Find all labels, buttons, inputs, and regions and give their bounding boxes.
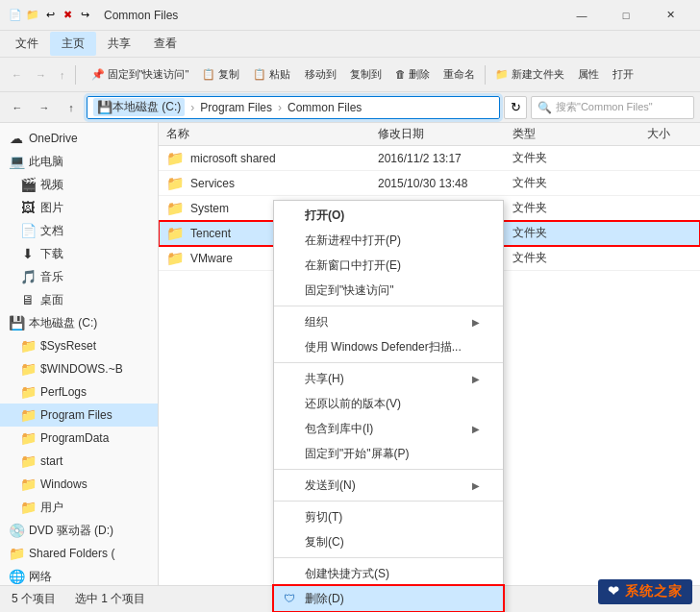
file-type-cell: 文件夹 bbox=[505, 225, 601, 241]
sidebar-item-shared[interactable]: 📁 Shared Folders ( bbox=[0, 542, 158, 565]
close-icon-tb[interactable]: ✖ bbox=[60, 8, 75, 23]
sidebar-label-videos: 视频 bbox=[40, 177, 63, 193]
toolbar-separator bbox=[75, 65, 76, 85]
sidebar-item-dvd[interactable]: 💿 DVD 驱动器 (D:) bbox=[0, 519, 158, 542]
ctx-include-library[interactable]: 包含到库中(I) ▶ bbox=[274, 416, 503, 441]
up-button[interactable]: ↑ bbox=[54, 61, 71, 88]
sidebar-item-perflogs[interactable]: 📁 PerfLogs bbox=[0, 380, 158, 404]
ctx-cut[interactable]: 剪切(T) bbox=[274, 504, 503, 529]
context-menu: 打开(O) 在新进程中打开(P) 在新窗口中打开(E) 固定到"快速访问" 组织… bbox=[273, 200, 504, 612]
search-box[interactable]: 🔍 搜索"Common Files" bbox=[531, 96, 694, 119]
open-button[interactable]: 打开 bbox=[607, 61, 639, 88]
sidebar-item-sysreset[interactable]: 📁 $SysReset bbox=[0, 334, 158, 357]
watermark-text: 系统之家 bbox=[625, 583, 683, 599]
pin-button[interactable]: 📌 固定到"快速访问" bbox=[86, 61, 195, 88]
sidebar-label-programdata: ProgramData bbox=[40, 431, 109, 445]
nav-back-button[interactable]: ← bbox=[6, 94, 29, 121]
sidebar-label-program-files: Program Files bbox=[40, 408, 112, 422]
forward-icon: → bbox=[36, 69, 46, 81]
perflogs-icon: 📁 bbox=[19, 384, 37, 400]
title-bar-left: 📄 📁 ↩ ✖ ↪ Common Files bbox=[8, 8, 178, 23]
breadcrumb-program-files[interactable]: Program Files bbox=[200, 101, 272, 114]
ctx-delete[interactable]: 🛡 删除(D) bbox=[274, 586, 503, 611]
sidebar-item-start[interactable]: 📁 start bbox=[0, 450, 158, 473]
ctx-send-to[interactable]: 发送到(N) ▶ bbox=[274, 473, 503, 498]
file-name: System bbox=[190, 202, 229, 215]
minimize-button[interactable]: — bbox=[560, 0, 604, 31]
move-to-button[interactable]: 移动到 bbox=[299, 61, 342, 88]
sidebar-item-pictures[interactable]: 🖼 图片 bbox=[0, 196, 158, 219]
col-header-date[interactable]: 修改日期 bbox=[370, 126, 505, 142]
table-row[interactable]: 📁 Services 2015/10/30 13:48 文件夹 bbox=[159, 171, 700, 196]
col-header-name[interactable]: 名称 bbox=[159, 126, 370, 142]
sidebar-item-windows-bt[interactable]: 📁 $WINDOWS.~B bbox=[0, 357, 158, 380]
ctx-defender-scan[interactable]: 使用 Windows Defender扫描... bbox=[274, 334, 503, 359]
properties-button[interactable]: 属性 bbox=[572, 61, 605, 88]
video-icon: 🎬 bbox=[19, 177, 37, 192]
windowsbt-icon: 📁 bbox=[19, 361, 37, 377]
table-row[interactable]: 📁 microsoft shared 2016/11/2 13:17 文件夹 bbox=[159, 146, 700, 171]
copy-to-button[interactable]: 复制到 bbox=[344, 61, 388, 88]
users-icon: 📁 bbox=[19, 500, 37, 515]
sidebar-item-videos[interactable]: 🎬 视频 bbox=[0, 173, 158, 196]
paste-button[interactable]: 📋 粘贴 bbox=[247, 61, 296, 88]
menu-home[interactable]: 主页 bbox=[50, 32, 96, 56]
col-header-type[interactable]: 类型 bbox=[505, 126, 601, 142]
forward-button[interactable]: → bbox=[30, 61, 52, 88]
ctx-open-new-process[interactable]: 在新进程中打开(P) bbox=[274, 228, 503, 253]
watermark: ❤ 系统之家 bbox=[598, 579, 692, 604]
sidebar-label-onedrive: OneDrive bbox=[29, 132, 78, 145]
sidebar-label-perflogs: PerfLogs bbox=[40, 385, 87, 399]
ctx-label: 发送到(N) bbox=[305, 477, 356, 494]
nav-forward-button[interactable]: → bbox=[33, 94, 56, 121]
sidebar-item-network[interactable]: 🌐 网络 bbox=[0, 565, 158, 585]
address-box[interactable]: 💾 本地磁盘 (C:) › Program Files › Common Fil… bbox=[87, 96, 500, 119]
breadcrumb-drive[interactable]: 💾 本地磁盘 (C:) bbox=[93, 98, 185, 116]
back-button[interactable]: ← bbox=[6, 61, 28, 88]
sidebar-item-documents[interactable]: 📄 文档 bbox=[0, 219, 158, 242]
ctx-share[interactable]: 共享(H) ▶ bbox=[274, 366, 503, 391]
search-icon: 🔍 bbox=[538, 101, 552, 114]
sidebar-item-program-files[interactable]: 📁 Program Files bbox=[0, 404, 158, 427]
folder-icon-row: 📁 bbox=[166, 250, 185, 267]
breadcrumb-common-files[interactable]: Common Files bbox=[288, 101, 362, 114]
menu-file[interactable]: 文件 bbox=[4, 32, 50, 56]
ctx-open-new-window[interactable]: 在新窗口中打开(E) bbox=[274, 253, 503, 278]
ctx-pin-start[interactable]: 固定到"开始"屏幕(P) bbox=[274, 441, 503, 466]
shield-icon: 🛡 bbox=[282, 591, 297, 606]
sidebar-item-music[interactable]: 🎵 音乐 bbox=[0, 265, 158, 288]
sidebar-item-this-pc[interactable]: 💻 此电脑 bbox=[0, 150, 158, 173]
ctx-label: 共享(H) bbox=[305, 371, 344, 387]
nav-up-button[interactable]: ↑ bbox=[60, 94, 83, 121]
ctx-organize[interactable]: 组织 ▶ bbox=[274, 309, 503, 334]
ctx-restore-versions[interactable]: 还原以前的版本(V) bbox=[274, 391, 503, 416]
sidebar-item-onedrive[interactable]: ☁ OneDrive bbox=[0, 127, 158, 150]
ctx-pin-quick-access[interactable]: 固定到"快速访问" bbox=[274, 278, 503, 303]
sidebar-item-windows[interactable]: 📁 Windows bbox=[0, 473, 158, 496]
undo-icon[interactable]: ↩ bbox=[42, 8, 58, 23]
copy-button[interactable]: 📋 复制 bbox=[196, 61, 245, 88]
refresh-button[interactable]: ↻ bbox=[504, 96, 527, 119]
maximize-button[interactable]: □ bbox=[604, 0, 648, 31]
new-folder-button[interactable]: 📁 新建文件夹 bbox=[489, 61, 570, 88]
downloads-icon: ⬇ bbox=[19, 246, 37, 261]
sidebar-item-downloads[interactable]: ⬇ 下载 bbox=[0, 242, 158, 265]
sidebar-item-users[interactable]: 📁 用户 bbox=[0, 496, 158, 519]
ctx-copy[interactable]: 复制(C) bbox=[274, 529, 503, 554]
redo-icon[interactable]: ↪ bbox=[77, 8, 92, 23]
sidebar-item-local-disk[interactable]: 💾 本地磁盘 (C:) bbox=[0, 311, 158, 334]
address-bar: ← → ↑ 💾 本地磁盘 (C:) › Program Files › Comm… bbox=[0, 92, 700, 123]
ctx-label: 还原以前的版本(V) bbox=[305, 396, 401, 412]
documents-icon: 📄 bbox=[19, 223, 37, 238]
close-button[interactable]: ✕ bbox=[648, 0, 692, 31]
ctx-open[interactable]: 打开(O) bbox=[274, 203, 503, 228]
menu-share[interactable]: 共享 bbox=[96, 32, 142, 56]
col-header-size[interactable]: 大小 bbox=[601, 126, 678, 142]
sidebar-item-programdata[interactable]: 📁 ProgramData bbox=[0, 427, 158, 450]
ctx-arrow-icon-4: ▶ bbox=[472, 480, 480, 491]
delete-button[interactable]: 🗑 删除 bbox=[389, 61, 436, 88]
rename-button[interactable]: 重命名 bbox=[438, 61, 481, 88]
ctx-create-shortcut[interactable]: 创建快捷方式(S) bbox=[274, 561, 503, 586]
menu-view[interactable]: 查看 bbox=[142, 32, 188, 56]
sidebar-item-desktop[interactable]: 🖥 桌面 bbox=[0, 288, 158, 311]
